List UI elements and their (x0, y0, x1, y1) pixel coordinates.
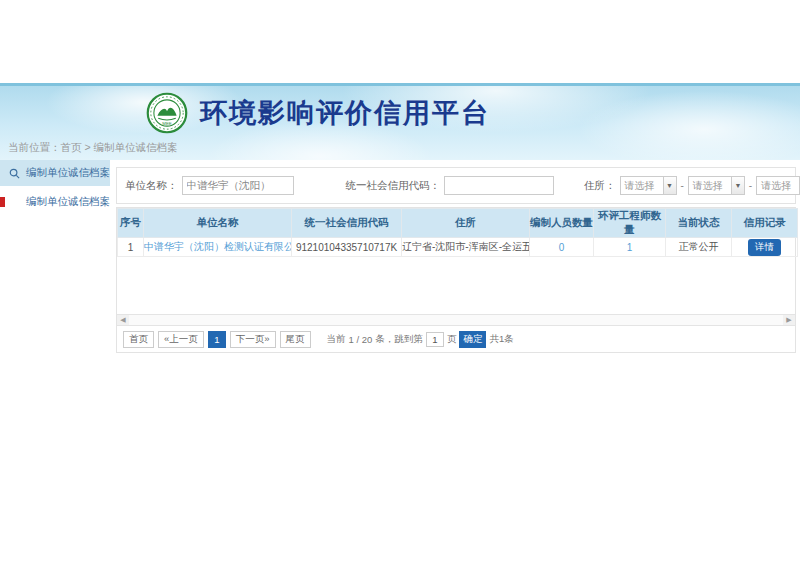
pagination-page-suffix: 页 (447, 333, 457, 346)
col-header-credit-record: 信用记录 (732, 209, 798, 238)
col-header-unit-name: 单位名称 (144, 209, 292, 238)
residence-label: 住所： (584, 179, 616, 193)
chevron-down-icon: ▼ (663, 177, 676, 194)
pagination-unit: 条，跳到第 (375, 333, 423, 346)
active-item-marker (0, 197, 5, 207)
last-page-button[interactable]: 尾页 (280, 331, 311, 348)
district-select-value: 请选择 (757, 179, 799, 193)
results-table: 序号 单位名称 统一社会信用代码 住所 编制人员数量 环评工程师数量 当前状态 … (117, 208, 798, 257)
pagination-current-label: 当前 (327, 333, 346, 346)
col-header-status: 当前状态 (666, 209, 732, 238)
residence-city-select[interactable]: 请选择 ▼ (688, 176, 745, 195)
col-header-address: 住所 (402, 209, 530, 238)
cell-status: 正常公开 (666, 238, 732, 257)
cell-address: 辽宁省-沈阳市-浑南区-全运五路35-1号楼902 (402, 238, 530, 257)
engineer-count-link[interactable]: 1 (627, 242, 633, 253)
unit-name-input[interactable] (182, 176, 294, 195)
credit-code-label: 统一社会信用代码： (346, 179, 441, 193)
chevron-down-icon: ▼ (731, 177, 744, 194)
sidebar-item-credit-archive[interactable]: 编制单位诚信档案 (0, 188, 110, 216)
select-separator: - (749, 180, 752, 191)
results-panel: 序号 单位名称 统一社会信用代码 住所 编制人员数量 环评工程师数量 当前状态 … (116, 207, 796, 353)
breadcrumb: 当前位置：首页 > 编制单位诚信档案 (8, 141, 177, 155)
svg-text:MEE: MEE (162, 121, 172, 126)
banner-top-strip (0, 83, 800, 86)
platform-logo-icon: MEE (146, 92, 188, 134)
sidebar: 编制单位诚信档案 编制单位诚信档案 (0, 160, 110, 216)
detail-button[interactable]: 详情 (748, 239, 781, 256)
residence-province-select[interactable]: 请选择 ▼ (620, 176, 677, 195)
first-page-button[interactable]: 首页 (123, 331, 154, 348)
staff-count-link[interactable]: 0 (559, 242, 565, 253)
select-separator: - (681, 180, 684, 191)
sidebar-group-credit-archive[interactable]: 编制单位诚信档案 (0, 160, 110, 188)
pagination-bar: 首页 «上一页 1 下一页» 尾页 当前 1 / 20 条，跳到第 页 确定 共… (117, 326, 795, 352)
horizontal-scrollbar[interactable]: ◀ ▶ (117, 314, 795, 326)
page-jump-confirm-button[interactable]: 确定 (459, 331, 486, 348)
unit-name-link[interactable]: 中谱华宇（沈阳）检测认证有限公司 (144, 241, 292, 252)
brand: MEE 环境影响评价信用平台 (146, 92, 490, 134)
col-header-engineer-count: 环评工程师数量 (594, 209, 666, 238)
cell-no: 1 (118, 238, 144, 257)
next-page-button[interactable]: 下一页» (230, 331, 276, 348)
province-select-value: 请选择 (621, 179, 663, 193)
col-header-staff-count: 编制人员数量 (530, 209, 594, 238)
pagination-total: 共1条 (489, 333, 513, 346)
pagination-count: 1 / 20 (349, 334, 373, 345)
scroll-right-arrow-icon[interactable]: ▶ (783, 315, 795, 325)
prev-page-button[interactable]: «上一页 (158, 331, 204, 348)
sidebar-item-label: 编制单位诚信档案 (26, 195, 110, 209)
top-whitespace (0, 0, 800, 83)
residence-district-select[interactable]: 请选择 ▼ (756, 176, 800, 195)
page-jump-input[interactable] (426, 332, 444, 347)
col-header-no: 序号 (118, 209, 144, 238)
header-banner: MEE 环境影响评价信用平台 当前位置：首页 > 编制单位诚信档案 (0, 83, 800, 160)
cell-credit-code: 91210104335710717K (292, 238, 402, 257)
page-title: 环境影响评价信用平台 (200, 95, 490, 131)
credit-code-input[interactable] (444, 176, 554, 195)
search-filter-panel: 单位名称： 统一社会信用代码： 住所： 请选择 ▼ - 请选择 ▼ - 请选择 … (116, 167, 796, 204)
table-empty-area (117, 257, 795, 314)
table-header-row: 序号 单位名称 统一社会信用代码 住所 编制人员数量 环评工程师数量 当前状态 … (118, 209, 798, 238)
city-select-value: 请选择 (689, 179, 731, 193)
col-header-credit-code: 统一社会信用代码 (292, 209, 402, 238)
pagination-info: 当前 1 / 20 条，跳到第 页 确定 共1条 (327, 331, 514, 348)
sidebar-group-label: 编制单位诚信档案 (26, 166, 110, 180)
scroll-left-arrow-icon[interactable]: ◀ (117, 315, 129, 325)
search-icon (9, 168, 20, 179)
table-row: 1 中谱华宇（沈阳）检测认证有限公司 91210104335710717K 辽宁… (118, 238, 798, 257)
current-page-button[interactable]: 1 (208, 331, 226, 348)
unit-name-label: 单位名称： (125, 179, 178, 193)
